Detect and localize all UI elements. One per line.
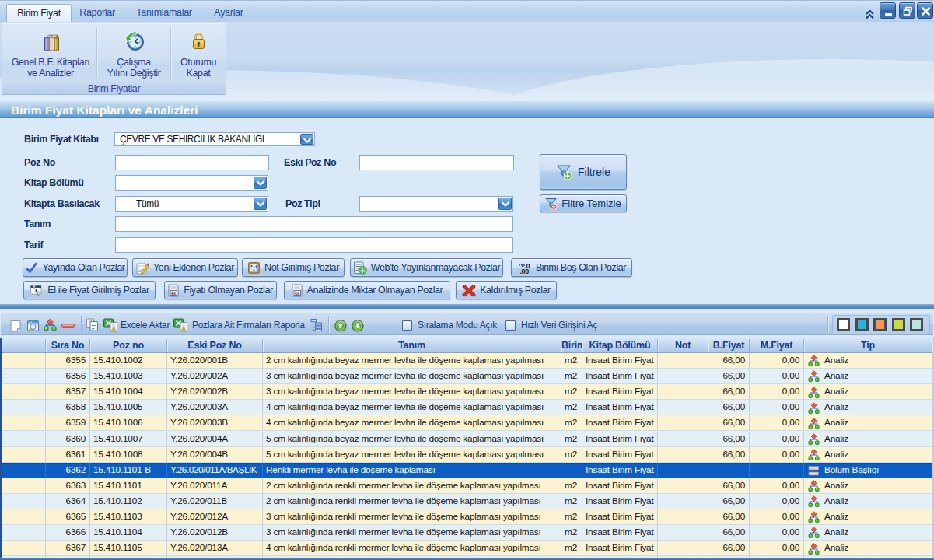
svg-text:.00: .00 <box>519 268 529 275</box>
